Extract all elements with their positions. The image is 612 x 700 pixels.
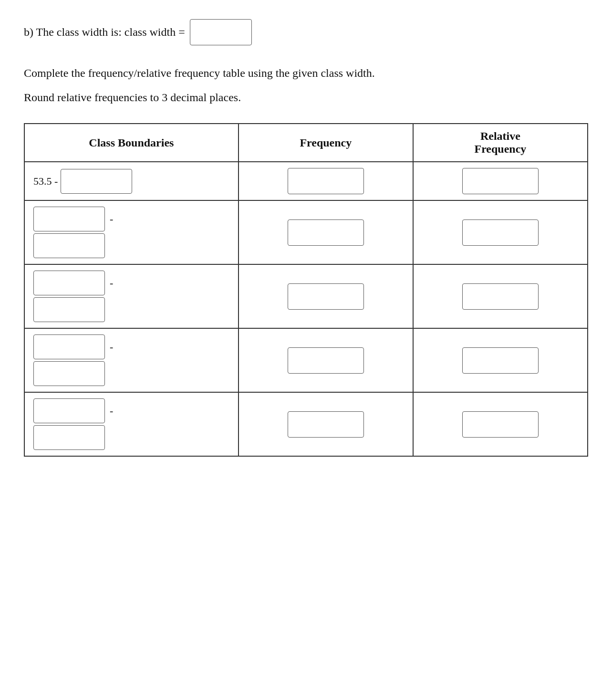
table-row: - (24, 264, 588, 328)
frequency-input-3[interactable] (288, 283, 364, 310)
frequency-input-5[interactable] (288, 411, 364, 438)
frequency-cell-5 (239, 392, 413, 456)
relative-freq-input-1[interactable] (462, 168, 539, 194)
class-width-label: b) The class width is: class width = (24, 26, 185, 39)
boundary-lower-input-4[interactable] (33, 361, 105, 386)
frequency-cell-3 (239, 264, 413, 328)
frequency-cell-1 (239, 162, 413, 200)
relative-freq-input-4[interactable] (462, 347, 539, 374)
boundary-upper-input-3[interactable] (33, 271, 105, 295)
table-row: - (24, 200, 588, 264)
class-width-input[interactable] (190, 19, 252, 45)
boundary-top-input-1[interactable] (61, 169, 132, 194)
table-header-row: Class Boundaries Frequency Relative Freq… (24, 124, 588, 162)
relative-freq-cell-1 (413, 162, 588, 200)
boundary-cell-2: - (24, 200, 239, 264)
boundary-lower-input-2[interactable] (33, 233, 105, 258)
boundary-upper-input-4[interactable] (33, 334, 105, 359)
relative-freq-input-5[interactable] (462, 411, 539, 438)
round-note: Round relative frequencies to 3 decimal … (24, 91, 588, 104)
frequency-input-1[interactable] (288, 168, 364, 194)
header-class-boundaries: Class Boundaries (24, 124, 239, 162)
header-relative-frequency: Relative Frequency (413, 124, 588, 162)
relative-freq-cell-5 (413, 392, 588, 456)
relative-freq-cell-3 (413, 264, 588, 328)
boundary-lower-input-3[interactable] (33, 297, 105, 322)
frequency-input-2[interactable] (288, 219, 364, 246)
section-b: b) The class width is: class width = Com… (24, 19, 588, 457)
frequency-table: Class Boundaries Frequency Relative Freq… (24, 123, 588, 457)
relative-freq-cell-4 (413, 328, 588, 392)
relative-freq-cell-2 (413, 200, 588, 264)
relative-freq-input-2[interactable] (462, 219, 539, 246)
boundary-cell-3: - (24, 264, 239, 328)
boundary-cell-1: 53.5 - (24, 162, 239, 200)
boundary-start-label: 53.5 - (33, 175, 58, 188)
table-row: 53.5 - (24, 162, 588, 200)
instruction-text: Complete the frequency/relative frequenc… (24, 64, 588, 82)
table-row: - (24, 392, 588, 456)
dash-label-2: - (110, 213, 113, 225)
frequency-input-4[interactable] (288, 347, 364, 374)
class-width-row: b) The class width is: class width = (24, 19, 588, 45)
boundary-cell-4: - (24, 328, 239, 392)
header-frequency: Frequency (239, 124, 413, 162)
boundary-upper-input-2[interactable] (33, 207, 105, 231)
dash-label-5: - (110, 405, 113, 417)
frequency-cell-2 (239, 200, 413, 264)
boundary-lower-input-5[interactable] (33, 425, 105, 450)
table-row: - (24, 328, 588, 392)
relative-freq-input-3[interactable] (462, 283, 539, 310)
boundary-upper-input-5[interactable] (33, 398, 105, 423)
frequency-cell-4 (239, 328, 413, 392)
boundary-cell-5: - (24, 392, 239, 456)
dash-label-3: - (110, 277, 113, 289)
dash-label-4: - (110, 341, 113, 353)
